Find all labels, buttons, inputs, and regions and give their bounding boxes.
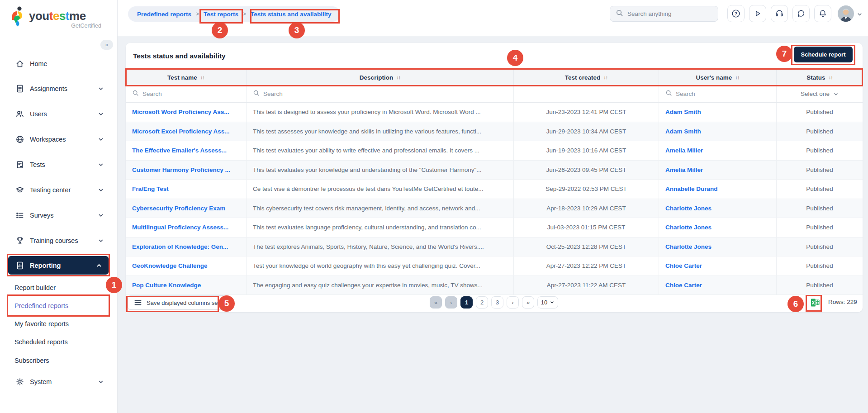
table-row[interactable]: Multilingual Proficiency Assess... This … bbox=[126, 218, 863, 237]
sidebar-item-my-favorite-reports[interactable]: My favorite reports bbox=[0, 315, 118, 333]
pagination-page-2[interactable]: 2 bbox=[476, 296, 488, 309]
test-name-link[interactable]: Exploration of Knowledge: Gen... bbox=[132, 243, 228, 250]
table-row[interactable]: Fra/Eng Test Ce test vise à démontrer le… bbox=[126, 180, 863, 199]
column-header-test-created[interactable]: Test created↓↑ bbox=[514, 70, 659, 85]
filter-users-name[interactable] bbox=[659, 85, 777, 102]
pagination-last-button[interactable]: » bbox=[522, 296, 534, 309]
column-header-users-name[interactable]: User's name↓↑ bbox=[659, 70, 777, 85]
save-displayed-columns-button[interactable]: Save displayed columns set bbox=[128, 295, 226, 310]
user-name-link[interactable]: Chloe Carter bbox=[665, 262, 702, 269]
sidebar-item-training-courses[interactable]: Training courses bbox=[0, 232, 118, 250]
user-name-link[interactable]: Adam Smith bbox=[665, 109, 701, 115]
table-row[interactable]: Microsoft Excel Proficiency Ass... This … bbox=[126, 122, 863, 142]
sort-icon[interactable]: ↓↑ bbox=[735, 75, 739, 80]
users-name-search-input[interactable] bbox=[676, 90, 764, 97]
tutorial-play-button[interactable] bbox=[749, 5, 766, 22]
export-excel-button[interactable] bbox=[808, 296, 822, 309]
breadcrumb: Predefined reports > Test reports > Test… bbox=[128, 6, 340, 22]
search-icon bbox=[665, 90, 672, 98]
sidebar-collapse-button[interactable]: « bbox=[100, 40, 113, 50]
breadcrumb-test-reports[interactable]: Test reports bbox=[204, 11, 238, 18]
sidebar-item-subscribers[interactable]: Subscribers bbox=[0, 351, 118, 370]
test-name-link[interactable]: GeoKnowledge Challenge bbox=[132, 262, 208, 269]
sidebar-subitem-label: Report builder bbox=[14, 284, 56, 291]
table-row[interactable]: Microsoft Word Proficiency Ass... This t… bbox=[126, 103, 863, 122]
test-name-search-input[interactable] bbox=[142, 90, 234, 97]
column-header-status[interactable]: Status↓↑ bbox=[777, 70, 863, 85]
test-name-link[interactable]: Cybersecurity Proficiency Exam bbox=[132, 205, 225, 212]
pagination-page-3[interactable]: 3 bbox=[491, 296, 503, 309]
sidebar-item-assignments[interactable]: Assignments bbox=[0, 80, 118, 98]
chevron-down-icon bbox=[98, 379, 104, 385]
app-root: youtestme GetCertified « Home Assignment… bbox=[0, 0, 868, 413]
chevron-up-icon bbox=[96, 262, 102, 269]
user-name-link[interactable]: Adam Smith bbox=[665, 128, 701, 135]
table-row[interactable]: The Effective Emailer's Assess... This t… bbox=[126, 141, 863, 161]
user-name-link[interactable]: Charlotte Jones bbox=[665, 205, 711, 212]
breadcrumb-predefined-reports[interactable]: Predefined reports bbox=[137, 11, 191, 18]
profile-chevron-icon[interactable] bbox=[857, 11, 863, 19]
pagination-page-1[interactable]: 1 bbox=[460, 296, 473, 309]
filter-description[interactable] bbox=[247, 85, 514, 102]
sidebar-item-reporting[interactable]: Reporting bbox=[8, 256, 109, 275]
pagination-prev-button[interactable]: ‹ bbox=[445, 296, 457, 309]
column-header-description[interactable]: Description↓↑ bbox=[247, 70, 514, 85]
user-name-link[interactable]: Amelia Miller bbox=[665, 166, 703, 173]
sort-icon[interactable]: ↓↑ bbox=[603, 75, 607, 80]
filter-test-created-empty bbox=[514, 85, 659, 102]
sidebar-item-users[interactable]: Users bbox=[0, 105, 118, 123]
sort-icon[interactable]: ↓↑ bbox=[396, 75, 400, 80]
sidebar-item-label: Testing center bbox=[30, 186, 71, 194]
pagination-next-button[interactable]: › bbox=[507, 296, 519, 309]
description-search-input[interactable] bbox=[263, 90, 472, 97]
test-name-link[interactable]: The Effective Emailer's Assess... bbox=[132, 147, 227, 154]
sidebar-item-home[interactable]: Home bbox=[0, 55, 118, 73]
status-filter-dropdown[interactable]: Select one bbox=[777, 85, 863, 102]
annotation-badge-1: 1 bbox=[106, 277, 122, 293]
sidebar-item-report-builder[interactable]: Report builder bbox=[0, 279, 118, 297]
user-name-link[interactable]: Charlotte Jones bbox=[665, 224, 711, 231]
search-icon bbox=[253, 90, 260, 98]
sidebar-item-system[interactable]: System bbox=[0, 373, 118, 391]
sidebar-subitem-label: Subscribers bbox=[14, 357, 49, 364]
sort-icon[interactable]: ↓↑ bbox=[200, 75, 204, 80]
column-header-test-name[interactable]: Test name↓↑ bbox=[126, 70, 247, 85]
test-name-link[interactable]: Pop Culture Knowledge bbox=[132, 282, 201, 289]
test-name-link[interactable]: Multilingual Proficiency Assess... bbox=[132, 224, 228, 231]
notifications-bell-button[interactable] bbox=[814, 5, 831, 22]
filter-test-name[interactable] bbox=[126, 85, 247, 102]
test-name-link[interactable]: Microsoft Excel Proficiency Ass... bbox=[132, 128, 230, 135]
table-row[interactable]: GeoKnowledge Challenge Test your knowled… bbox=[126, 256, 863, 276]
test-name-link[interactable]: Fra/Eng Test bbox=[132, 185, 169, 192]
schedule-report-button[interactable]: Schedule report bbox=[794, 47, 853, 62]
table-row[interactable]: Cybersecurity Proficiency Exam This cybe… bbox=[126, 199, 863, 218]
pagination-first-button[interactable]: « bbox=[430, 296, 442, 309]
page-size-select[interactable]: 10 bbox=[537, 296, 558, 309]
global-search[interactable] bbox=[610, 6, 718, 22]
topbar-icons: ? bbox=[727, 5, 831, 22]
sort-icon[interactable]: ↓↑ bbox=[829, 75, 833, 80]
table-row[interactable]: Pop Culture Knowledge The engaging and e… bbox=[126, 276, 863, 295]
sidebar-item-scheduled-reports[interactable]: Scheduled reports bbox=[0, 333, 118, 351]
global-search-input[interactable] bbox=[627, 10, 704, 17]
user-name-link[interactable]: Chloe Carter bbox=[665, 282, 702, 289]
help-button[interactable]: ? bbox=[727, 5, 745, 22]
sidebar-item-workspaces[interactable]: Workspaces bbox=[0, 130, 118, 148]
user-name-link[interactable]: Amelia Miller bbox=[665, 147, 703, 154]
breadcrumb-tests-status[interactable]: Tests status and availability bbox=[251, 11, 331, 18]
table-row[interactable]: Customer Harmony Proficiency ... This te… bbox=[126, 161, 863, 180]
sidebar-item-surveys[interactable]: Surveys bbox=[0, 206, 118, 224]
user-avatar[interactable] bbox=[838, 5, 854, 22]
sidebar-item-testing-center[interactable]: Testing center bbox=[0, 181, 118, 199]
sidebar-item-tests[interactable]: Tests bbox=[0, 156, 118, 174]
test-name-link[interactable]: Microsoft Word Proficiency Ass... bbox=[132, 109, 229, 115]
test-name-link[interactable]: Customer Harmony Proficiency ... bbox=[132, 166, 230, 173]
sidebar-item-predefined-reports[interactable]: Predefined reports bbox=[0, 297, 118, 315]
support-headset-button[interactable] bbox=[771, 5, 788, 22]
table-row[interactable]: Exploration of Knowledge: Gen... The tes… bbox=[126, 237, 863, 257]
user-name-link[interactable]: Charlotte Jones bbox=[665, 243, 711, 250]
sidebar-item-label: System bbox=[30, 378, 52, 385]
chat-button[interactable] bbox=[792, 5, 810, 22]
user-name-link[interactable]: Annabelle Durand bbox=[665, 185, 718, 192]
sidebar-subitem-label: Predefined reports bbox=[14, 302, 68, 309]
